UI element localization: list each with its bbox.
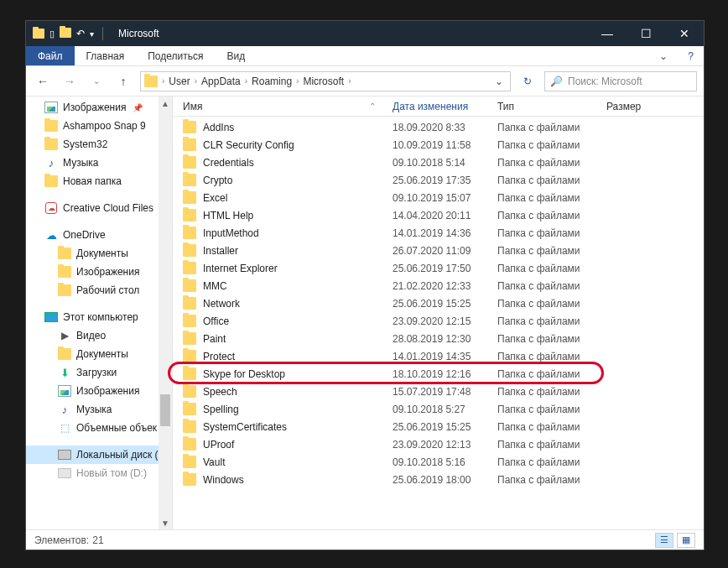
file-list[interactable]: AddIns18.09.2020 8:33Папка с файламиCLR … [173,117,704,529]
minimize-button[interactable]: — [588,21,627,46]
file-row[interactable]: Skype for Desktop18.10.2019 12:16Папка с… [173,365,704,383]
col-type[interactable]: Тип [497,101,606,112]
folder-icon [183,156,196,169]
file-row[interactable]: Speech15.07.2019 17:48Папка с файлами [173,383,704,400]
tree-item[interactable]: Рабочий стол [26,281,172,300]
music-icon: ♪ [44,156,58,169]
file-row[interactable]: Protect14.01.2019 14:35Папка с файлами [173,347,704,365]
close-button[interactable]: ✕ [665,21,704,46]
file-date: 25.06.2019 15:25 [393,298,497,310]
file-type: Папка с файлами [497,333,606,345]
file-row[interactable]: Excel09.10.2019 15:07Папка с файлами [173,189,704,206]
qat-new-folder-icon[interactable] [60,28,71,40]
file-row[interactable]: CLR Security Config10.09.2019 11:58Папка… [173,136,704,154]
file-row[interactable]: Internet Explorer25.06.2019 17:50Папка с… [173,259,704,277]
file-type: Папка с файлами [497,122,606,133]
tree-item[interactable]: Этот компьютер [26,308,172,326]
maximize-button[interactable]: ☐ [627,21,665,46]
tree-item-label: Изображения [76,266,139,278]
tab-share[interactable]: Поделиться [136,46,215,65]
tab-view[interactable]: Вид [215,46,257,65]
sidebar-scrollbar[interactable]: ▲ ▼ [159,96,172,529]
file-row[interactable]: AddIns18.09.2020 8:33Папка с файлами [173,118,704,136]
col-size[interactable]: Размер [606,101,665,112]
file-row[interactable]: Credentials09.10.2018 5:14Папка с файлам… [173,154,704,171]
scroll-thumb[interactable] [160,394,170,426]
folder-icon [183,438,196,451]
file-row[interactable]: HTML Help14.04.2020 20:11Папка с файлами [173,206,704,224]
file-row[interactable]: UProof23.09.2020 12:13Папка с файлами [173,435,704,453]
titlebar[interactable]: ▯ ↶ ▾ Microsoft — ☐ ✕ [26,21,704,46]
view-large-button[interactable]: ▦ [677,533,695,548]
hdd-icon [58,448,71,461]
file-type: Папка с файлами [497,192,606,204]
help-icon[interactable]: ? [678,46,704,65]
file-row[interactable]: Paint28.08.2019 12:30Папка с файлами [173,330,704,347]
tree-item[interactable]: Локальный диск ( [26,446,172,464]
file-name: SystemCertificates [203,421,393,433]
breadcrumb-folder-icon [144,76,158,87]
file-name: MMC [203,280,393,292]
tree-item[interactable]: Документы [26,244,172,263]
search-input[interactable]: 🔍 Поиск: Microsoft [544,71,697,91]
scroll-up-icon[interactable]: ▲ [159,96,172,110]
file-date: 14.01.2019 14:35 [393,351,497,362]
tree-item[interactable]: ☁OneDrive [26,226,172,244]
file-row[interactable]: InputMethod14.01.2019 14:36Папка с файла… [173,224,704,242]
tree-item[interactable]: ⬇Загрузки [26,363,172,382]
tree-item[interactable]: Изображения📌 [26,98,172,117]
view-details-button[interactable]: ☰ [655,533,673,548]
back-button[interactable]: ← [33,71,53,91]
tree-item[interactable]: Документы [26,345,172,363]
file-row[interactable]: MMC21.02.2020 12:33Папка с файлами [173,277,704,294]
col-name[interactable]: Имя⌃ [183,101,393,112]
breadcrumb-box[interactable]: › User› AppData› Roaming› Microsoft› ⌄ [140,71,511,91]
tree-item[interactable]: Ashampoo Snap 9 [26,117,172,135]
file-name: CLR Security Config [203,139,393,151]
tree-item[interactable]: ♪Музыка [26,154,172,172]
up-button[interactable]: ↑ [113,71,133,91]
file-date: 25.06.2019 15:25 [393,421,497,433]
file-type: Папка с файлами [497,263,606,274]
tree-item[interactable]: ♪Музыка [26,400,172,419]
file-row[interactable]: Crypto25.06.2019 17:35Папка с файлами [173,171,704,189]
tree-item[interactable]: Изображения [26,263,172,281]
file-name: HTML Help [203,210,393,221]
file-date: 18.09.2020 8:33 [393,122,497,133]
crumb-roaming[interactable]: Roaming› [252,76,299,87]
file-row[interactable]: Vault09.10.2018 5:16Папка с файлами [173,453,704,471]
file-row[interactable]: SystemCertificates25.06.2019 15:25Папка … [173,418,704,435]
qat-undo-icon[interactable]: ↶ [76,28,85,39]
refresh-button[interactable]: ↻ [517,76,538,87]
tree-item[interactable]: ▶Видео [26,326,172,345]
tree-item[interactable]: System32 [26,135,172,154]
tab-home[interactable]: Главная [75,46,137,65]
recent-dropdown[interactable]: ⌄ [86,71,107,91]
file-row[interactable]: Installer26.07.2020 11:09Папка с файлами [173,242,704,259]
crumb-user[interactable]: User› [169,76,198,87]
qat-properties-icon[interactable]: ▯ [49,29,55,39]
forward-button[interactable]: → [60,71,80,91]
tree-item-label: Новая папка [63,175,122,187]
file-name: Internet Explorer [203,263,393,274]
scroll-down-icon[interactable]: ▼ [159,516,172,529]
status-bar: Элементов: 21 ☰ ▦ [26,529,704,550]
tree-item[interactable]: ⬚Объемные объек [26,419,172,437]
file-row[interactable]: Network25.06.2019 15:25Папка с файлами [173,294,704,312]
tree-item[interactable]: Изображения [26,382,172,400]
file-row[interactable]: Office23.09.2020 12:15Папка с файлами [173,312,704,330]
ribbon-expand-icon[interactable]: ⌄ [649,46,678,65]
chevron-right-icon[interactable]: › [161,76,165,86]
crumb-appdata[interactable]: AppData› [201,76,248,87]
tree-item[interactable]: Новая папка [26,172,172,190]
tree-item[interactable]: Новый том (D:) [26,464,172,482]
crumb-microsoft[interactable]: Microsoft› [303,76,351,87]
file-row[interactable]: Spelling09.10.2018 5:27Папка с файлами [173,400,704,418]
file-row[interactable]: Windows25.06.2019 18:00Папка с файлами [173,471,704,488]
file-tab[interactable]: Файл [26,46,75,65]
qat-dropdown-icon[interactable]: ▾ [90,29,94,39]
address-dropdown-icon[interactable]: ⌄ [491,76,507,87]
app-folder-icon [33,29,44,39]
tree-item[interactable]: ☁Creative Cloud Files [26,199,172,217]
col-date[interactable]: Дата изменения [393,101,497,112]
